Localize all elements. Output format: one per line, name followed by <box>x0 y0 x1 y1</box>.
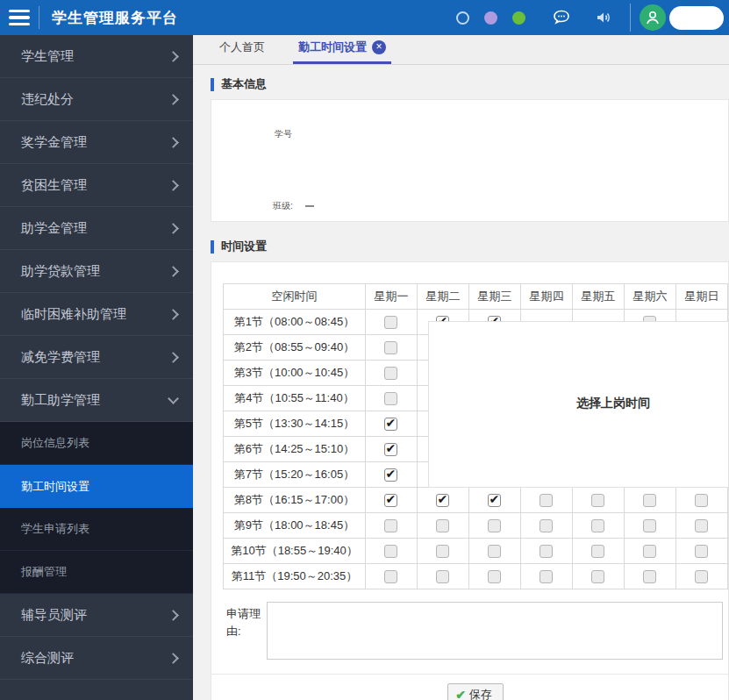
period-label: 第1节（08:00～08:45） <box>224 310 366 335</box>
checkbox-checked-r6-c1[interactable] <box>384 443 397 456</box>
schedule-cell <box>675 539 727 564</box>
checkbox-unchecked-r9-c3[interactable] <box>488 519 501 532</box>
tab-personal-home[interactable]: 个人首页 <box>214 39 270 64</box>
checkbox-unchecked-r9-c1[interactable] <box>384 519 397 532</box>
save-button[interactable]: ✔ 保存 <box>447 683 504 700</box>
sidebar-item-label: 学生管理 <box>21 48 169 65</box>
checkbox-unchecked-r8-c7[interactable] <box>695 494 708 507</box>
sidebar-item-14[interactable]: 综合测评 <box>0 637 193 680</box>
checkbox-unchecked-r8-c4[interactable] <box>540 494 553 507</box>
checkbox-unchecked-r11-c3[interactable] <box>488 570 501 583</box>
checkbox-unchecked-r11-c2[interactable] <box>436 570 449 583</box>
day-column-header-4: 星期五 <box>572 284 624 310</box>
apply-reason-textarea[interactable] <box>267 602 723 660</box>
checkbox-unchecked-r11-c1[interactable] <box>384 570 397 583</box>
schedule-cell <box>675 488 727 513</box>
checkbox-unchecked-r9-c5[interactable] <box>591 519 604 532</box>
checkbox-unchecked-r9-c4[interactable] <box>540 519 553 532</box>
free-time-column-header: 空闲时间 <box>224 284 366 310</box>
checkbox-unchecked-r10-c7[interactable] <box>695 545 708 558</box>
checkbox-unchecked-r11-c5[interactable] <box>591 570 604 583</box>
checkbox-checked-r7-c1[interactable] <box>384 468 397 482</box>
checkbox-unchecked-r8-c6[interactable] <box>643 494 656 507</box>
checkbox-unchecked-r9-c6[interactable] <box>643 519 656 532</box>
hamburger-menu-icon[interactable] <box>0 0 39 35</box>
sidebar-item-label: 助学贷款管理 <box>21 263 169 280</box>
sidebar-item-7[interactable]: 减免学费管理 <box>0 336 193 379</box>
checkbox-unchecked-r3-c1[interactable] <box>384 367 397 380</box>
checkbox-unchecked-r8-c5[interactable] <box>591 494 604 507</box>
checkbox-unchecked-r1-c1[interactable] <box>384 316 397 329</box>
status-dot-green-icon[interactable] <box>512 11 525 25</box>
tab-work-time-settings[interactable]: 勤工时间设置 × <box>293 39 391 64</box>
tab-close-icon[interactable]: × <box>372 40 386 54</box>
table-row: 第11节（19:50～20:35） <box>224 564 728 589</box>
avatar[interactable] <box>640 4 666 31</box>
sidebar-item-label: 违纪处分 <box>21 91 169 108</box>
sidebar-subitem-12[interactable]: 报酬管理 <box>0 551 193 594</box>
period-label: 第9节（18:00～18:45） <box>224 513 366 539</box>
schedule-cell <box>624 564 675 589</box>
checkbox-checked-r8-c2[interactable] <box>436 494 449 507</box>
time-settings-section-title: 时间设置 <box>211 239 729 254</box>
sidebar-item-1[interactable]: 违纪处分 <box>0 78 193 121</box>
chevron-right-icon <box>168 352 179 363</box>
status-dot-purple-icon[interactable] <box>484 11 497 25</box>
schedule-cell <box>468 488 520 513</box>
app-title: 学生管理服务平台 <box>52 8 178 28</box>
schedule-cell <box>365 386 417 411</box>
sidebar-item-4[interactable]: 助学金管理 <box>0 207 193 250</box>
period-label: 第5节（13:30～14:15） <box>224 411 366 437</box>
checkbox-unchecked-r10-c3[interactable] <box>488 545 501 558</box>
checkbox-checked-r5-c1[interactable] <box>384 418 397 431</box>
schedule-cell <box>468 513 520 539</box>
sidebar-item-6[interactable]: 临时困难补助管理 <box>0 293 193 336</box>
sidebar-subitem-10-active[interactable]: 勤工时间设置 <box>0 465 193 508</box>
day-column-header-2: 星期三 <box>468 284 520 310</box>
sidebar-item-3[interactable]: 贫困生管理 <box>0 164 193 207</box>
chevron-right-icon <box>168 223 179 234</box>
period-label: 第6节（14:25～15:10） <box>224 437 366 462</box>
schedule-cell <box>365 335 417 361</box>
check-icon: ✔ <box>455 688 466 700</box>
speaker-icon[interactable] <box>593 7 614 28</box>
checkbox-unchecked-r2-c1[interactable] <box>384 341 397 354</box>
sidebar-subitem-9[interactable]: 岗位信息列表 <box>0 422 193 465</box>
period-label: 第7节（15:20～16:05） <box>224 462 366 488</box>
sidebar-item-5[interactable]: 助学贷款管理 <box>0 250 193 293</box>
checkbox-checked-r8-c1[interactable] <box>384 494 397 507</box>
checkbox-unchecked-r11-c6[interactable] <box>643 570 656 583</box>
checkbox-unchecked-r10-c1[interactable] <box>384 545 397 558</box>
checkbox-unchecked-r10-c6[interactable] <box>643 545 656 558</box>
schedule-header-row: 空闲时间星期一星期二星期三星期四星期五星期六星期日 <box>224 284 728 310</box>
checkbox-unchecked-r4-c1[interactable] <box>384 392 397 405</box>
checkbox-unchecked-r10-c5[interactable] <box>591 545 604 558</box>
chat-icon[interactable] <box>551 7 572 28</box>
period-label: 第8节（16:15～17:00） <box>224 488 366 513</box>
checkbox-unchecked-r11-c4[interactable] <box>540 570 553 583</box>
app-window: 学生管理服务平台 <box>0 0 729 700</box>
sidebar-item-8[interactable]: 勤工助学管理 <box>0 379 193 422</box>
select-shift-overlay: 选择上岗时间 <box>428 321 729 488</box>
checkbox-unchecked-r9-c7[interactable] <box>695 519 708 532</box>
checkbox-checked-r8-c3[interactable] <box>488 494 501 507</box>
chevron-down-icon <box>168 393 179 404</box>
panel-divider <box>211 674 729 675</box>
schedule-cell <box>365 488 417 513</box>
chevron-right-icon <box>168 653 179 664</box>
checkbox-unchecked-r10-c4[interactable] <box>540 545 553 558</box>
status-circle-hollow-icon[interactable] <box>456 11 469 25</box>
checkbox-unchecked-r10-c2[interactable] <box>436 545 449 558</box>
checkbox-unchecked-r11-c7[interactable] <box>695 570 708 583</box>
sidebar-subitem-11[interactable]: 学生申请列表 <box>0 508 193 551</box>
period-label: 第3节（10:00～10:45） <box>224 361 366 386</box>
schedule-cell <box>468 564 520 589</box>
sidebar-item-13[interactable]: 辅导员测评 <box>0 594 193 637</box>
sidebar-item-label: 助学金管理 <box>21 220 169 237</box>
sidebar-item-2[interactable]: 奖学金管理 <box>0 121 193 164</box>
checkbox-unchecked-r9-c2[interactable] <box>436 519 449 532</box>
sidebar-item-0[interactable]: 学生管理 <box>0 35 193 78</box>
sidebar-subitem-label: 岗位信息列表 <box>21 435 89 451</box>
user-name-pill[interactable] <box>669 6 724 30</box>
schedule-cell <box>365 310 417 335</box>
